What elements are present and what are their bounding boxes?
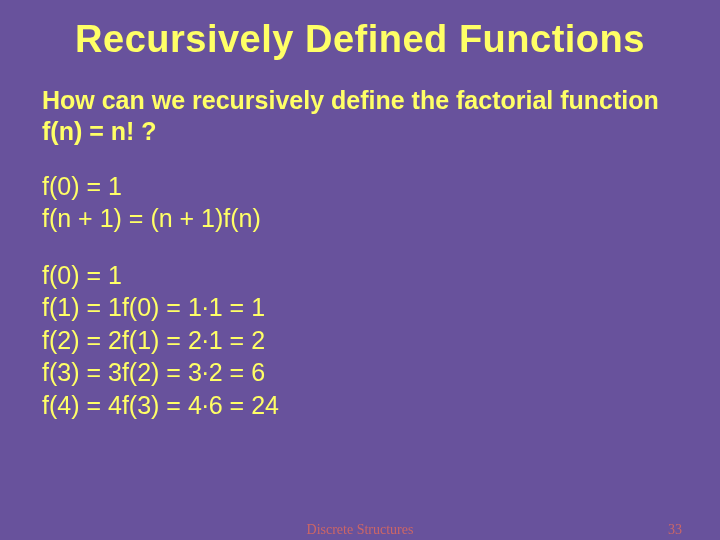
expansion-block: f(0) = 1 f(1) = 1f(0) = 1·1 = 1 f(2) = 2… [42, 259, 678, 422]
definition-block: f(0) = 1 f(n + 1) = (n + 1)f(n) [42, 170, 678, 235]
definition-base: f(0) = 1 [42, 170, 678, 203]
slide: Recursively Defined Functions How can we… [0, 0, 720, 540]
expansion-line: f(3) = 3f(2) = 3·2 = 6 [42, 356, 678, 389]
expansion-line: f(4) = 4f(3) = 4·6 = 24 [42, 389, 678, 422]
definition-step: f(n + 1) = (n + 1)f(n) [42, 202, 678, 235]
page-number: 33 [668, 522, 682, 538]
slide-title: Recursively Defined Functions [42, 18, 678, 61]
footer-text: Discrete Structures [307, 522, 414, 538]
slide-subtitle: How can we recursively define the factor… [42, 85, 678, 148]
expansion-line: f(2) = 2f(1) = 2·1 = 2 [42, 324, 678, 357]
expansion-line: f(0) = 1 [42, 259, 678, 292]
expansion-line: f(1) = 1f(0) = 1·1 = 1 [42, 291, 678, 324]
